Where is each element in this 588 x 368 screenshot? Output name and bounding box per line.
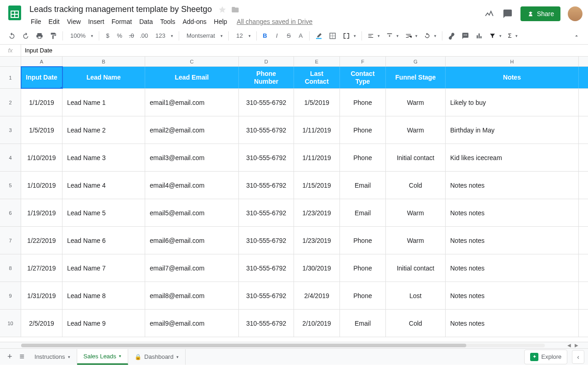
cell[interactable]: Warm [386,227,446,254]
menu-format[interactable]: Format [108,16,135,27]
add-sheet-button[interactable]: + [4,349,16,364]
cell[interactable]: 1/5/2019 [294,89,340,116]
header-cell[interactable]: Phone Number [239,67,294,88]
cell[interactable]: Notes notes [446,282,579,309]
cell[interactable]: email3@email.com [145,144,239,171]
col-header-D[interactable]: D [239,57,294,66]
cell[interactable]: Lead Name 2 [62,116,145,144]
cell[interactable]: Notes notes [446,310,579,337]
cell[interactable]: Phone [340,282,386,309]
horizontal-scrollbar[interactable]: ◀▶ [0,342,588,348]
col-header-H[interactable]: H [446,57,579,66]
fill-color-button[interactable] [312,30,325,42]
cell[interactable]: Warm [386,199,446,226]
tab-menu-icon[interactable]: ▾ [68,355,70,359]
cell[interactable]: 2/5/2019 [21,310,62,337]
cell[interactable]: Birthday in May [446,116,579,144]
side-panel-toggle[interactable]: ‹ [572,350,584,364]
cell[interactable]: Lead Name 5 [62,199,145,226]
strikethrough-button[interactable]: S [283,30,294,42]
col-header-G[interactable]: G [386,57,446,66]
font-select[interactable]: Montserrat [182,30,226,41]
cell[interactable]: Email [340,310,386,337]
cell[interactable]: Email [340,172,386,199]
cell[interactable]: Email [340,199,386,226]
percent-format-button[interactable]: % [114,30,125,42]
cell[interactable]: 1/30/2019 [294,254,340,282]
tab-menu-icon[interactable]: ▾ [176,355,179,359]
sheet-tab-dashboard[interactable]: 🔒Dashboard▾ [128,349,186,365]
col-header-B[interactable]: B [62,57,145,66]
cell[interactable]: Lead Name 9 [62,310,145,337]
number-format-select[interactable]: 123 [151,30,176,41]
halign-button[interactable] [365,31,383,41]
cell[interactable]: Phone [340,254,386,282]
header-cell[interactable]: Contact Type [340,67,386,88]
cell[interactable]: 1/11/2019 [294,116,340,144]
wrap-button[interactable] [402,31,420,41]
italic-button[interactable]: I [271,30,283,42]
row-header-1[interactable]: 1 [0,67,21,89]
borders-button[interactable] [326,30,339,42]
cell[interactable]: email6@email.com [145,227,239,254]
cell[interactable]: Lost [386,282,446,309]
text-color-button[interactable]: A [295,30,306,42]
user-avatar[interactable] [568,6,582,21]
cell[interactable]: Notes notes [446,172,579,199]
formula-input[interactable] [21,45,588,56]
menu-data[interactable]: Data [136,16,156,27]
cell[interactable]: Phone [340,227,386,254]
move-folder-icon[interactable] [231,6,239,14]
cell[interactable]: 310-555-6792 [239,254,294,282]
font-size-select[interactable]: 12 [232,30,253,41]
cell[interactable]: 310-555-6792 [239,282,294,309]
row-header-9[interactable]: 9 [0,282,21,310]
menu-insert[interactable]: Insert [85,16,107,27]
redo-button[interactable] [19,30,32,42]
col-header-C[interactable]: C [145,57,239,66]
share-button[interactable]: Share [520,6,560,21]
inc-decimal-button[interactable]: .00 [138,30,150,42]
cell[interactable]: Initial contact [386,144,446,171]
header-cell[interactable]: Funnel Stage [386,67,446,88]
menu-view[interactable]: View [64,16,84,27]
sheet-tab-instructions[interactable]: Instructions▾ [28,349,77,365]
header-cell[interactable]: Notes [446,67,579,88]
tab-menu-icon[interactable]: ▾ [119,354,121,358]
select-all-corner[interactable] [0,57,21,66]
menu-tools[interactable]: Tools [157,16,179,27]
cell[interactable]: 310-555-6792 [239,227,294,254]
cell[interactable]: Phone [340,116,386,144]
bold-button[interactable]: B [260,30,271,42]
cell[interactable]: email7@email.com [145,254,239,282]
menu-help[interactable]: Help [211,16,231,27]
sheets-logo[interactable] [6,4,24,22]
link-button[interactable] [445,30,458,42]
cell[interactable]: Lead Name 6 [62,227,145,254]
rotate-button[interactable] [421,31,439,41]
comments-icon[interactable] [502,8,513,19]
menu-file[interactable]: File [28,16,45,27]
header-cell[interactable]: Input Date [21,67,62,88]
cell[interactable]: email9@email.com [145,310,239,337]
cell[interactable]: Kid likes icecream [446,144,579,171]
row-header-5[interactable]: 5 [0,172,21,199]
cell[interactable]: 1/22/2019 [21,227,62,254]
cell[interactable]: Phone [340,144,386,171]
currency-format-button[interactable]: $ [102,30,113,42]
sheet-tab-sales-leads[interactable]: Sales Leads▾ [77,349,129,365]
saved-status[interactable]: All changes saved in Drive [237,18,312,25]
cell[interactable]: Notes notes [446,254,579,282]
cell[interactable]: Initial contact [386,254,446,282]
row-header-6[interactable]: 6 [0,199,21,227]
header-cell[interactable]: Last Contact [294,67,340,88]
filter-button[interactable] [486,31,504,41]
cell[interactable]: 1/23/2019 [294,227,340,254]
explore-button[interactable]: ✦ Explore [524,350,567,364]
merge-cells-button[interactable] [340,30,359,41]
cell[interactable]: 1/31/2019 [21,282,62,309]
cell[interactable]: Phone [340,89,386,116]
zoom-select[interactable]: 100% [66,30,96,41]
cell[interactable]: 1/27/2019 [21,254,62,282]
activity-icon[interactable] [484,8,495,19]
